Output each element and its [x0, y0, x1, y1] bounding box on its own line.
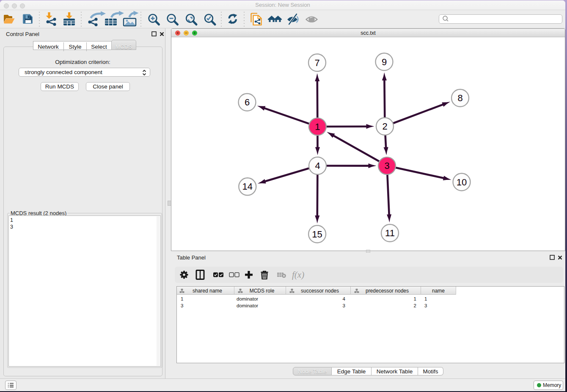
svg-text:7: 7	[314, 58, 319, 68]
svg-text:4: 4	[343, 296, 346, 301]
svg-text:3: 3	[384, 160, 389, 171]
svg-text:1: 1	[315, 121, 320, 132]
svg-text:dominator: dominator	[237, 296, 258, 301]
svg-text:15: 15	[312, 229, 322, 240]
svg-text:dominator: dominator	[237, 303, 258, 308]
svg-text:name: name	[432, 288, 445, 294]
svg-text:2: 2	[382, 121, 387, 132]
svg-text:10: 10	[457, 177, 467, 188]
svg-text:shared name: shared name	[193, 288, 222, 294]
svg-text:successor nodes: successor nodes	[301, 288, 339, 294]
svg-text:1: 1	[424, 296, 427, 301]
svg-text:3: 3	[181, 303, 183, 308]
svg-text:9: 9	[382, 57, 387, 67]
svg-text:3: 3	[424, 303, 427, 308]
svg-text:4: 4	[315, 160, 320, 171]
svg-text:2: 2	[414, 303, 416, 308]
svg-text:1: 1	[181, 296, 183, 301]
svg-text:14: 14	[242, 181, 253, 192]
svg-text:3: 3	[343, 303, 345, 308]
svg-text:f(x): f(x)	[292, 270, 304, 280]
svg-text:6: 6	[245, 97, 250, 108]
svg-text:predecessor nodes: predecessor nodes	[366, 288, 409, 294]
svg-text:8: 8	[457, 93, 462, 103]
svg-text:1: 1	[414, 296, 416, 301]
svg-text:11: 11	[385, 228, 395, 238]
svg-text:MCDS role: MCDS role	[250, 288, 275, 294]
